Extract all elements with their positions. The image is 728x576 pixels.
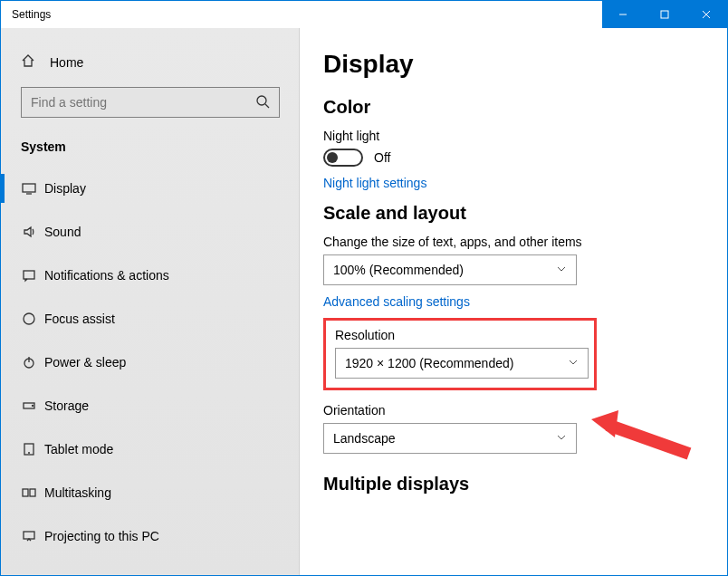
search-box[interactable] <box>21 87 280 118</box>
focus-assist-icon <box>21 312 37 326</box>
sidebar-item-notifications[interactable]: Notifications & actions <box>1 254 300 297</box>
display-icon <box>21 181 37 196</box>
search-input[interactable] <box>31 95 255 110</box>
svg-rect-15 <box>23 489 28 496</box>
sidebar-item-tablet-mode[interactable]: Tablet mode <box>1 427 300 471</box>
tablet-icon <box>21 442 37 456</box>
scale-label: Change the size of text, apps, and other… <box>323 235 709 249</box>
sidebar-item-display[interactable]: Display <box>1 167 300 210</box>
sidebar-nav: Display Sound Notifications & actions Fo… <box>1 167 300 558</box>
sidebar-item-label: Tablet mode <box>44 442 113 456</box>
night-light-toggle[interactable] <box>323 149 363 167</box>
scale-dropdown[interactable]: 100% (Recommended) <box>323 254 577 285</box>
night-light-state: Off <box>374 150 390 165</box>
projecting-icon <box>21 529 37 543</box>
svg-rect-16 <box>30 489 35 496</box>
sidebar-item-label: Power & sleep <box>44 355 126 370</box>
resolution-label: Resolution <box>335 328 585 342</box>
chevron-down-icon <box>556 263 567 277</box>
sidebar-item-power-sleep[interactable]: Power & sleep <box>1 341 300 384</box>
svg-rect-8 <box>24 271 34 279</box>
storage-icon <box>21 398 37 413</box>
sidebar-item-projecting[interactable]: Projecting to this PC <box>1 514 300 558</box>
sidebar-item-label: Storage <box>44 398 89 413</box>
section-scale: Scale and layout <box>323 203 709 224</box>
home-icon <box>21 53 35 71</box>
content-pane: Display Color Night light Off Night ligh… <box>300 28 727 575</box>
sidebar-section-label: System <box>1 134 300 167</box>
sidebar-item-label: Notifications & actions <box>44 268 169 283</box>
sidebar-item-label: Display <box>44 181 86 196</box>
advanced-scaling-link[interactable]: Advanced scaling settings <box>323 294 709 309</box>
sidebar-item-storage[interactable]: Storage <box>1 384 300 427</box>
orientation-value: Landscape <box>333 431 396 446</box>
close-button[interactable] <box>685 1 727 28</box>
notifications-icon <box>21 268 37 283</box>
resolution-value: 1920 × 1200 (Recommended) <box>345 356 513 370</box>
svg-line-5 <box>265 104 269 108</box>
sidebar-item-label: Projecting to this PC <box>44 529 159 543</box>
svg-rect-1 <box>661 11 668 18</box>
close-icon <box>702 10 711 19</box>
svg-point-4 <box>257 96 266 105</box>
sidebar: Home System Display Sound Notification <box>1 28 300 575</box>
sidebar-home[interactable]: Home <box>1 44 300 87</box>
sound-icon <box>21 225 37 239</box>
window-title: Settings <box>1 8 602 21</box>
sidebar-item-multitasking[interactable]: Multitasking <box>1 471 300 514</box>
minimize-button[interactable] <box>602 1 644 28</box>
night-light-label: Night light <box>323 129 709 143</box>
sidebar-item-focus-assist[interactable]: Focus assist <box>1 297 300 341</box>
search-icon <box>255 94 270 111</box>
sidebar-item-label: Focus assist <box>44 312 115 326</box>
svg-rect-6 <box>23 184 35 192</box>
sidebar-item-label: Multitasking <box>44 485 111 500</box>
chevron-down-icon <box>556 431 567 446</box>
maximize-button[interactable] <box>644 1 685 28</box>
scale-value: 100% (Recommended) <box>333 263 464 277</box>
section-color: Color <box>323 97 709 118</box>
chevron-down-icon <box>568 356 579 370</box>
svg-point-12 <box>33 406 34 407</box>
orientation-dropdown[interactable]: Landscape <box>323 423 577 454</box>
page-title: Display <box>323 50 709 79</box>
resolution-dropdown[interactable]: 1920 × 1200 (Recommended) <box>335 348 589 379</box>
sidebar-item-label: Sound <box>44 225 81 239</box>
section-multiple: Multiple displays <box>323 474 709 494</box>
window-controls <box>602 1 727 28</box>
svg-rect-17 <box>24 532 34 539</box>
resolution-highlight: Resolution 1920 × 1200 (Recommended) <box>323 318 597 390</box>
sidebar-item-sound[interactable]: Sound <box>1 210 300 254</box>
night-light-settings-link[interactable]: Night light settings <box>323 176 709 190</box>
home-label: Home <box>50 55 83 70</box>
power-icon <box>21 355 37 370</box>
orientation-label: Orientation <box>323 403 709 418</box>
multitasking-icon <box>21 485 37 500</box>
minimize-icon <box>618 10 627 19</box>
maximize-icon <box>660 10 669 19</box>
title-bar: Settings <box>1 1 727 28</box>
